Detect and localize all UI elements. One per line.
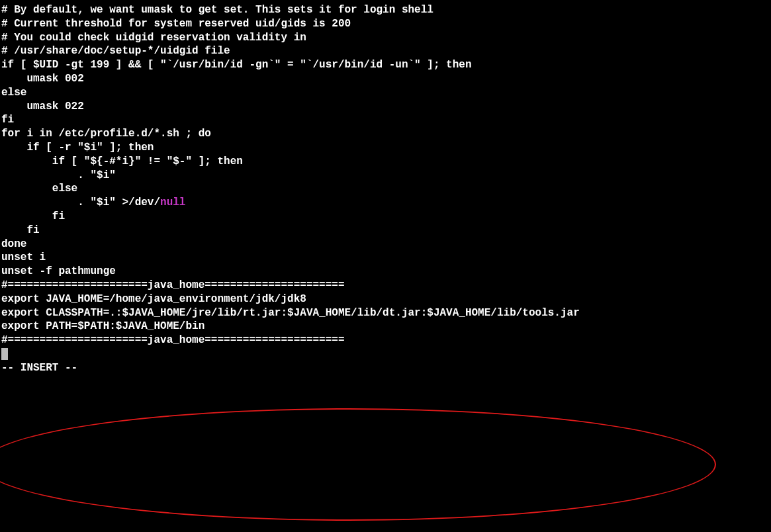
code-line: #======================java_home========… bbox=[1, 333, 770, 347]
code-line: # /usr/share/doc/setup-*/uidgid file bbox=[1, 44, 770, 58]
code-line: # By default, we want umask to get set. … bbox=[1, 3, 770, 17]
code-line: fi bbox=[1, 210, 770, 224]
terminal-editor-area[interactable]: # By default, we want umask to get set. … bbox=[1, 3, 770, 375]
highlight-ellipse-annotation bbox=[0, 408, 716, 521]
code-line: # You could check uidgid reservation val… bbox=[1, 31, 770, 45]
code-line: umask 002 bbox=[1, 72, 770, 86]
code-line: export PATH=$PATH:$JAVA_HOME/bin bbox=[1, 320, 770, 333]
code-line: else bbox=[1, 86, 770, 100]
code-line: else bbox=[1, 182, 770, 196]
code-line: if [ $UID -gt 199 ] && [ "`/usr/bin/id -… bbox=[1, 58, 770, 72]
code-line: . "$i" >/dev/null bbox=[1, 196, 770, 210]
code-line: . "$i" bbox=[1, 169, 770, 183]
code-line bbox=[1, 347, 770, 361]
code-line: #======================java_home========… bbox=[1, 279, 770, 292]
cursor bbox=[1, 348, 8, 360]
code-line: umask 022 bbox=[1, 100, 770, 114]
code-line: # Current threshold for system reserved … bbox=[1, 17, 770, 31]
vim-status-line: -- INSERT -- bbox=[1, 361, 770, 375]
code-line: if [ -r "$i" ]; then bbox=[1, 141, 770, 155]
code-line: unset -f pathmunge bbox=[1, 265, 770, 279]
code-line: for i in /etc/profile.d/*.sh ; do bbox=[1, 127, 770, 141]
code-line: done bbox=[1, 238, 770, 251]
code-line: export JAVA_HOME=/home/java_environment/… bbox=[1, 292, 770, 306]
null-keyword: null bbox=[160, 197, 185, 208]
code-line: fi bbox=[1, 113, 770, 127]
code-line: if [ "${-#*i}" != "$-" ]; then bbox=[1, 155, 770, 169]
code-line: unset i bbox=[1, 251, 770, 265]
code-line: fi bbox=[1, 224, 770, 238]
code-line: export CLASSPATH=.:$JAVA_HOME/jre/lib/rt… bbox=[1, 306, 770, 320]
